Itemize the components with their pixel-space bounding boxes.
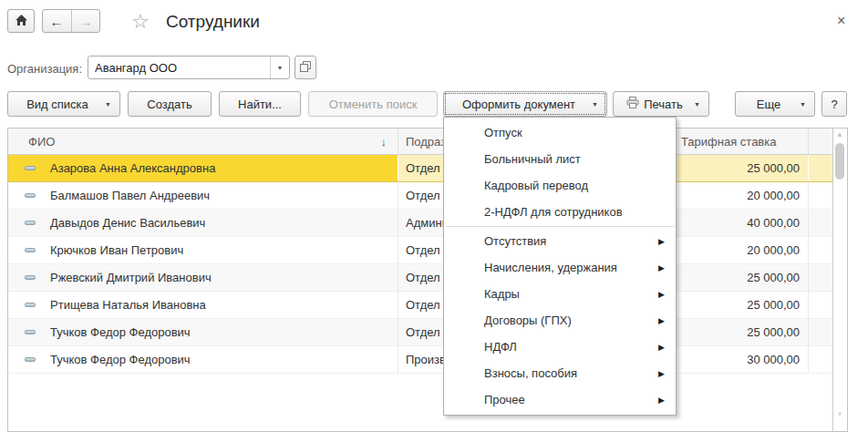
department-text: Отдел [406, 243, 440, 257]
menu-item-absences[interactable]: Отсутствия▶ [444, 228, 676, 254]
menu-item-other[interactable]: Прочее▶ [444, 386, 676, 413]
print-button[interactable]: Печать ▼ [613, 91, 709, 117]
cell-rate[interactable]: 20 000,00 [673, 182, 809, 209]
cell-rate[interactable]: 30 000,00 [673, 346, 809, 373]
find-button[interactable]: Найти... [219, 91, 301, 117]
forward-button[interactable]: → [72, 10, 100, 32]
table-row[interactable]: Крючков Иван Петрович Отдел 20 000,00 [8, 237, 832, 264]
cell-fio[interactable]: Ржевский Дмитрий Иванович [8, 264, 398, 291]
table-row[interactable]: Ртищева Наталья Ивановна Отдел 25 000,00 [8, 292, 832, 319]
cell-fio[interactable]: Тучков Федор Федорович [8, 346, 398, 373]
table-row[interactable]: Балмашов Павел Андреевич Отдел 20 000,00 [8, 182, 832, 210]
table-row[interactable]: Давыдов Денис Васильевич Админи 40 000,0… [8, 210, 832, 237]
cell-fio[interactable]: Ртищева Наталья Ивановна [8, 292, 398, 318]
employee-table: ФИО ↓ Подраз Тарифная ставка Азарова Анн… [7, 128, 848, 432]
organization-open-button[interactable] [294, 56, 316, 79]
menu-item-contracts[interactable]: Договоры (ГПХ)▶ [444, 307, 676, 334]
menu-item-personnel[interactable]: Кадры▶ [444, 281, 676, 307]
menu-item-label: Больничный лист [484, 152, 581, 166]
table-row[interactable]: Тучков Федор Федорович Произв 30 000,00 [8, 346, 832, 374]
cell-fio[interactable]: Азарова Анна Александровна [8, 155, 398, 181]
employee-item-icon [25, 275, 36, 280]
menu-item-contributions[interactable]: Взносы, пособия▶ [444, 360, 676, 386]
table-row[interactable]: Азарова Анна Александровна Отдел з 25 00… [8, 155, 832, 182]
employee-item-icon [25, 248, 36, 252]
chevron-down-icon[interactable]: ▼ [270, 57, 289, 78]
cell-fio[interactable]: Тучков Федор Федорович [8, 319, 398, 345]
home-button[interactable] [7, 9, 35, 33]
menu-item-accruals[interactable]: Начисления, удержания▶ [444, 254, 676, 281]
organization-value: Авангард ООО [88, 61, 270, 75]
cell-filler [809, 155, 832, 181]
cell-fio[interactable]: Крючков Иван Петрович [8, 237, 398, 263]
chevron-down-icon: ▼ [105, 101, 111, 108]
menu-item-label: Отсутствия [484, 234, 546, 248]
scroll-up-icon[interactable]: ▲ [832, 130, 847, 139]
help-button[interactable]: ? [822, 91, 847, 117]
back-icon: ← [50, 14, 64, 29]
print-label: Печать [644, 98, 683, 111]
make-document-label: Оформить документ [462, 98, 575, 111]
submenu-arrow-icon: ▶ [658, 343, 665, 352]
rate-text: 25 000,00 [747, 161, 800, 175]
menu-item-label: Прочее [484, 393, 525, 406]
cell-fio[interactable]: Балмашов Павел Андреевич [8, 182, 398, 209]
scrollbar-thumb[interactable] [835, 143, 844, 180]
menu-item-personnel-transfer[interactable]: Кадровый перевод [444, 172, 676, 199]
close-icon[interactable]: × [837, 13, 845, 29]
cell-filler [809, 292, 832, 318]
menu-item-label: Договоры (ГПХ) [484, 314, 572, 327]
cell-rate[interactable]: 25 000,00 [673, 264, 809, 291]
cell-rate[interactable]: 40 000,00 [673, 210, 809, 236]
fio-text: Тучков Федор Федорович [50, 353, 191, 366]
cell-rate[interactable]: 25 000,00 [673, 292, 809, 318]
view-list-button[interactable]: Вид списка ▼ [7, 91, 120, 117]
favorite-star-icon[interactable]: ☆ [131, 10, 150, 34]
cell-filler [809, 237, 832, 263]
chevron-down-icon: ▼ [694, 101, 700, 108]
create-button[interactable]: Создать [128, 91, 212, 117]
rate-text: 30 000,00 [747, 353, 800, 366]
back-button[interactable]: ← [43, 10, 72, 32]
page-title: Сотрудники [166, 12, 260, 32]
menu-item-label: Начисления, удержания [484, 261, 617, 274]
organization-label: Организация: [7, 62, 82, 76]
cell-filler [809, 182, 832, 209]
printer-icon [626, 97, 639, 111]
menu-item-2ndfl[interactable]: 2-НДФЛ для сотрудников [444, 199, 676, 225]
cell-rate[interactable]: 20 000,00 [673, 237, 809, 263]
menu-item-ndfl[interactable]: НДФЛ▶ [444, 334, 676, 360]
more-button[interactable]: Еще ▼ [735, 91, 815, 117]
submenu-arrow-icon: ▶ [658, 316, 665, 325]
column-header-rate-label: Тарифная ставка [681, 135, 776, 149]
rate-text: 25 000,00 [747, 298, 800, 312]
cell-filler [809, 210, 832, 236]
cell-rate[interactable]: 25 000,00 [673, 155, 809, 181]
table-row[interactable]: Тучков Федор Федорович Отдел 25 000,00 [8, 319, 832, 346]
cell-rate[interactable]: 25 000,00 [673, 319, 809, 345]
make-document-button[interactable]: Оформить документ ▼ [443, 91, 607, 117]
menu-item-label: Кадровый перевод [484, 179, 588, 192]
department-text: Произв [406, 353, 446, 366]
vertical-scrollbar[interactable]: ▲ ▼ [832, 129, 847, 431]
department-text: Отдел [406, 189, 440, 202]
organization-select[interactable]: Авангард ООО ▼ [88, 56, 290, 79]
cell-fio[interactable]: Давыдов Денис Васильевич [8, 210, 398, 236]
cell-filler [809, 264, 832, 291]
employee-grid: ФИО ↓ Подраз Тарифная ставка Азарова Анн… [8, 129, 833, 431]
scroll-down-icon[interactable]: ▼ [832, 410, 847, 418]
fio-text: Азарова Анна Александровна [50, 161, 215, 175]
department-text: Отдел [406, 298, 440, 312]
menu-item-sick-leave[interactable]: Больничный лист [444, 146, 676, 172]
employee-item-icon [25, 303, 36, 307]
rate-text: 25 000,00 [747, 325, 800, 339]
menu-item-label: Кадры [484, 287, 520, 301]
cell-filler [809, 346, 832, 373]
open-in-list-icon [300, 61, 311, 75]
rate-text: 40 000,00 [747, 216, 800, 230]
table-row[interactable]: Ржевский Дмитрий Иванович Отдел з 25 000… [8, 264, 832, 292]
menu-item-vacation[interactable]: Отпуск [444, 119, 676, 146]
column-header-fio[interactable]: ФИО ↓ [8, 129, 398, 154]
employee-item-icon [25, 193, 36, 198]
column-header-rate[interactable]: Тарифная ставка [673, 129, 809, 154]
